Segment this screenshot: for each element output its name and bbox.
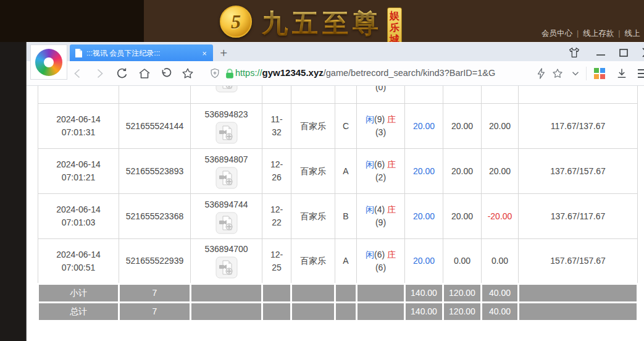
header-link-deposit[interactable]: 线上存款 [583,29,614,38]
cell-seat: A [335,149,357,194]
extensions-grid-icon[interactable] [592,66,608,81]
cell-game-id [191,86,262,104]
summary-empty [357,284,405,303]
cell-bet-amount[interactable]: 20.00 [405,104,443,149]
game-id-number: 536894823 [192,109,261,120]
nav-toolbar: https://gyw12345.xyz/game/betrecord_sear… [27,61,644,86]
home-button[interactable] [136,66,153,81]
menu-hamburger-icon[interactable] [635,66,644,81]
video-record-icon[interactable] [215,86,238,93]
cell-seat: C [335,104,357,149]
summary-bet-amount: 140.00 [405,284,443,303]
url-dropdown-chevron-icon[interactable] [567,66,583,81]
site-header: 5 九五至尊 娱 乐 城 会员中心|线上存款|线上 [0,0,644,42]
cell-datetime: 2024-06-1407:01:21 [38,149,119,194]
download-icon[interactable] [614,66,630,81]
brand-title: 九五至尊 [262,6,383,41]
close-button[interactable] [638,46,644,59]
cell-valid-amount: 0.00 [443,239,482,284]
shield-plus-icon[interactable] [207,66,223,81]
cell-valid-amount [443,86,482,104]
header-nav: 会员中心|线上存款|线上 [542,28,640,39]
cell-bet-amount[interactable]: 20.00 [405,149,443,194]
video-record-icon[interactable] [215,256,238,279]
summary-empty [519,284,638,303]
summary-label: 小计 [38,284,119,303]
cell-balance: 137.67/157.67 [519,149,638,194]
cell-valid-amount: 20.00 [443,149,482,194]
header-link-member-center[interactable]: 会员中心 [542,29,572,38]
cell-game-id: 536894744 [191,194,262,239]
table-row: 2024-06-1407:01:21521655523893536894807 … [38,149,638,194]
summary-empty [335,284,357,303]
summary-empty [191,303,262,321]
cell-bet-id: 521655523893 [119,149,191,194]
cell-seat [335,86,357,104]
cell-win-loss: 0.00 [482,239,519,284]
summary-count: 7 [119,303,191,321]
video-record-icon[interactable] [215,167,238,189]
cell-valid-amount: 20.00 [443,104,482,149]
refresh-button[interactable] [114,66,130,81]
cell-table-no: 12-22 [262,194,291,239]
theme-tshirt-icon[interactable] [565,46,583,59]
lightning-icon[interactable] [533,66,549,81]
cell-game-type: 百家乐 [291,194,335,239]
cell-bet-amount[interactable] [405,86,443,104]
summary-empty [519,303,638,321]
header-link-online[interactable]: 线上 [625,29,640,38]
cell-datetime: 07:01:37 [38,86,119,104]
video-record-icon[interactable] [215,212,238,234]
undo-button[interactable] [158,66,174,81]
table-row: 2024-06-1407:01:31521655524144536894823 … [38,104,638,149]
cell-bet-detail: 闲(9) 庄(3) [357,104,405,149]
minimize-button[interactable] [592,46,610,59]
page-left-dark-strip [0,42,26,341]
summary-empty [262,284,291,303]
game-id-number: 536894700 [192,243,261,255]
table-row: 07:01:37 23 (0) [38,86,638,104]
table-row: 2024-06-1407:00:51521655522939536894700 … [38,239,638,284]
cell-bet-id [119,86,191,104]
cell-datetime: 2024-06-1407:00:51 [38,239,119,284]
summary-count: 7 [119,284,191,303]
cell-balance [519,86,638,104]
cell-game-id: 536894700 [191,239,262,284]
table-row: 2024-06-1407:01:03521655523368536894744 … [38,194,638,239]
cell-bet-detail: (0) [357,86,405,104]
cell-bet-amount[interactable]: 20.00 [405,239,443,284]
back-button[interactable] [70,66,86,81]
maximize-button[interactable] [614,46,633,59]
cell-bet-id: 521655523368 [119,194,191,239]
bookmark-star-button[interactable] [180,66,196,81]
summary-empty [291,284,335,303]
cell-seat: A [335,239,357,284]
forward-button[interactable] [91,66,107,81]
tab-close-icon[interactable]: × [201,49,208,58]
favorite-star-icon[interactable] [550,66,566,81]
tab-active[interactable]: :::视讯 会员下注纪录::: × [70,44,213,61]
cell-datetime: 2024-06-1407:01:31 [38,104,119,149]
header-dark-block [0,0,144,42]
brand-coin-logo-icon: 5 [220,6,252,38]
cell-game-type: 百家乐 [291,239,335,284]
page-viewport: 07:01:37 23 (0)2024-06-1407:01:315216555… [27,86,644,341]
cell-valid-amount: 20.00 [443,194,482,239]
cell-seat: B [335,194,357,239]
bet-record-table: 07:01:37 23 (0)2024-06-1407:01:315216555… [37,86,638,322]
summary-valid-amount: 120.00 [443,303,482,321]
browser-logo-icon [30,44,67,80]
cell-datetime: 2024-06-1407:01:03 [38,194,119,239]
cell-bet-amount[interactable]: 20.00 [405,194,443,239]
video-record-icon[interactable] [215,122,238,144]
game-id-number: 536894744 [192,199,261,211]
pinwheel-logo-icon [35,49,62,76]
summary-label: 总计 [38,303,119,321]
summary-win-loss: 40.00 [482,284,519,303]
summary-empty [262,303,291,321]
url-bar[interactable]: https://gyw12345.xyz/game/betrecord_sear… [235,67,495,78]
cell-win-loss: -20.00 [482,194,519,239]
tab-bar: :::视讯 会员下注纪录::: × ＋ [27,42,644,61]
cell-bet-detail: 闲(4) 庄(9) [357,194,405,239]
new-tab-button[interactable]: ＋ [215,45,232,60]
